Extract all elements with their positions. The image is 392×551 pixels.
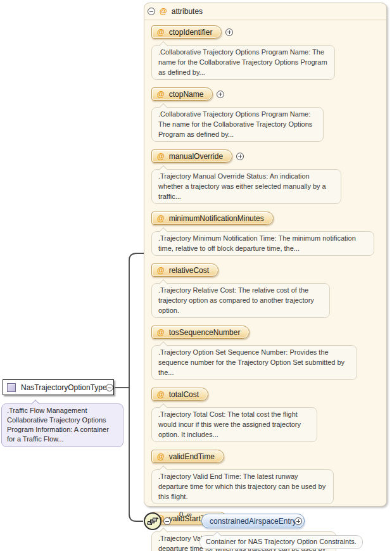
- attribute-name: manualOverride: [169, 152, 223, 161]
- attribute-badge-minimumNotificationMinutes[interactable]: @ minimumNotificationMinutes: [151, 212, 274, 225]
- attribute-name: ctopName: [169, 90, 204, 99]
- attribute-annotation: .Trajectory Manual Override Status: An i…: [151, 169, 341, 204]
- attribute-at-icon: @: [157, 390, 165, 399]
- root-element-name: NasTrajectoryOptionType: [21, 383, 107, 392]
- sequence-glyph: [146, 516, 159, 527]
- attribute-row: @ ctopIdentifier: [151, 25, 386, 39]
- cardinality-label: 0..∞: [179, 510, 192, 518]
- attribute-annotation: .Trajectory Valid End Time: The latest r…: [151, 469, 334, 504]
- attribute-name: ctopIdentifier: [169, 28, 213, 37]
- attribute-name: totalCost: [169, 390, 199, 399]
- attribute-badge-manualOverride[interactable]: @ manualOverride: [151, 149, 232, 163]
- attributes-panel-header: @ attributes: [144, 3, 386, 20]
- attribute-badge-ctopIdentifier[interactable]: @ ctopIdentifier: [151, 25, 222, 39]
- root-element-NasTrajectoryOptionType[interactable]: NasTrajectoryOptionType: [3, 379, 114, 395]
- attribute-badge-validEndTime[interactable]: @ validEndTime: [151, 450, 224, 463]
- attribute-at-icon: @: [160, 7, 167, 16]
- expand-attribute-icon[interactable]: [225, 28, 233, 36]
- attributes-panel: @ attributes @ ctopIdentifier .Collabora…: [144, 3, 387, 507]
- element-badge-constrainedAirspaceEntry[interactable]: constrainedAirspaceEntry: [201, 514, 305, 528]
- attribute-annotation: .Trajectory Total Cost: The total cost t…: [151, 407, 317, 442]
- attribute-at-icon: @: [157, 266, 165, 275]
- attribute-at-icon: @: [157, 452, 165, 461]
- attribute-row: @ manualOverride: [151, 149, 386, 163]
- attribute-at-icon: @: [157, 214, 165, 223]
- attribute-badge-ctopName[interactable]: @ ctopName: [151, 87, 213, 101]
- expand-attribute-icon[interactable]: [236, 153, 244, 160]
- attribute-row: @ minimumNotificationMinutes: [151, 212, 386, 225]
- attribute-annotation: .Trajectory Option Set Sequence Number: …: [151, 345, 357, 380]
- attribute-badge-totalCost[interactable]: @ totalCost: [151, 388, 208, 401]
- attributes-panel-title: attributes: [172, 7, 203, 16]
- attribute-at-icon: @: [157, 328, 165, 337]
- attribute-name: tosSequenceNumber: [169, 328, 241, 337]
- attribute-row: @ totalCost: [151, 388, 386, 401]
- attribute-row: @ validEndTime: [151, 450, 386, 463]
- complex-type-icon: [7, 383, 16, 392]
- attribute-at-icon: @: [157, 28, 165, 37]
- attribute-annotation: .Trajectory Minimum Notification Time: T…: [151, 231, 374, 256]
- element-annotation: Container for NAS Trajectory Option Cons…: [199, 535, 363, 549]
- attribute-row: @ ctopName: [151, 87, 386, 101]
- attribute-name: validEndTime: [169, 452, 215, 461]
- element-name: constrainedAirspaceEntry: [210, 517, 296, 526]
- collapse-sequence-icon[interactable]: [163, 517, 171, 525]
- attribute-annotation: .Collaborative Trajectory Options Progra…: [151, 107, 324, 142]
- attribute-annotation: .Trajectory Relative Cost: The relative …: [151, 283, 330, 318]
- collapse-attributes-icon[interactable]: [148, 8, 155, 15]
- attribute-row: @ relativeCost: [151, 263, 386, 277]
- attribute-badge-relativeCost[interactable]: @ relativeCost: [151, 263, 218, 277]
- attributes-list: @ ctopIdentifier .Collaborative Trajecto…: [144, 20, 386, 551]
- attribute-annotation: .Collaborative Trajectory Options Progra…: [151, 45, 335, 80]
- attribute-row: @ tosSequenceNumber: [151, 326, 386, 339]
- attribute-name: minimumNotificationMinutes: [169, 214, 264, 223]
- attribute-at-icon: @: [157, 152, 165, 161]
- root-annotation: .Traffic Flow Management Collaborative T…: [1, 403, 123, 447]
- attribute-name: relativeCost: [169, 266, 209, 275]
- expand-attribute-icon[interactable]: [217, 91, 224, 98]
- expand-element-icon[interactable]: [294, 517, 302, 525]
- sequence-compositor-icon[interactable]: [144, 512, 161, 530]
- collapse-root-icon[interactable]: [106, 384, 113, 391]
- attribute-badge-tosSequenceNumber[interactable]: @ tosSequenceNumber: [151, 326, 250, 339]
- attribute-at-icon: @: [157, 90, 165, 99]
